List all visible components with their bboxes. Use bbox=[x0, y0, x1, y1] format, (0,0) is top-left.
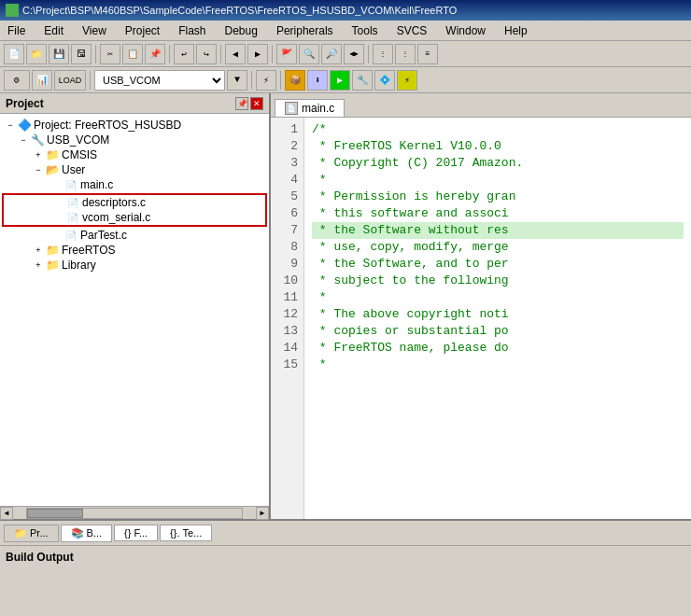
scroll-left-arrow[interactable]: ◀ bbox=[0, 507, 13, 520]
menu-item-edit[interactable]: Edit bbox=[40, 23, 67, 38]
tab-main-c[interactable]: 📄 main.c bbox=[275, 99, 345, 117]
tree-item-main-c[interactable]: · 📄 main.c bbox=[2, 177, 267, 192]
tree-item-descriptors-c[interactable]: · 📄 descriptors.c bbox=[4, 195, 265, 210]
project-panel-header: Project 📌 ✕ bbox=[0, 93, 269, 114]
expander-project[interactable]: − bbox=[4, 119, 17, 132]
project-icon: 🔷 bbox=[17, 119, 32, 132]
line-numbers: 1 2 3 4 5 6 7 8 9 10 11 12 13 14 15 bbox=[271, 118, 304, 519]
library-label: Library bbox=[62, 259, 96, 272]
tree-item-vcom-serial-c[interactable]: · 📄 vcom_serial.c bbox=[4, 210, 265, 225]
tree-item-library[interactable]: + 📁 Library bbox=[2, 258, 267, 273]
ln-3: 3 bbox=[276, 155, 298, 172]
expander-library[interactable]: + bbox=[32, 259, 45, 272]
extra-btn2[interactable]: 🔧 bbox=[352, 70, 373, 91]
bottom-tab-books[interactable]: 📚 B... bbox=[61, 525, 113, 542]
highlighted-files-box: · 📄 descriptors.c · 📄 vcom_serial.c bbox=[2, 193, 267, 227]
extra-btn3[interactable]: 💠 bbox=[374, 70, 395, 91]
bottom-tab-project-label: Pr... bbox=[30, 527, 49, 539]
tree-item-user[interactable]: − 📂 User bbox=[2, 162, 267, 177]
forward-button[interactable]: ▶ bbox=[247, 44, 268, 64]
separator2 bbox=[169, 45, 170, 63]
tree-item-usb-vcom[interactable]: − 🔧 USB_VCOM bbox=[2, 133, 267, 147]
menu-item-flash[interactable]: Flash bbox=[175, 23, 209, 38]
paste-button[interactable]: 📌 bbox=[145, 44, 165, 64]
editor-content[interactable]: 1 2 3 4 5 6 7 8 9 10 11 12 13 14 15 /* *… bbox=[271, 118, 691, 519]
menu-item-view[interactable]: View bbox=[78, 23, 110, 38]
bottom-tabs: 📁 Pr... 📚 B... {} F... {}. Te... bbox=[0, 519, 691, 545]
file-main-c-icon: 📄 bbox=[63, 178, 78, 191]
redo-button[interactable]: ↪ bbox=[196, 44, 217, 64]
flash-btn[interactable]: 📦 bbox=[285, 70, 305, 91]
expander-cmsis[interactable]: + bbox=[32, 148, 45, 161]
code-line-3: * Copyright (C) 2017 Amazon. bbox=[312, 155, 684, 172]
copy-button[interactable]: 📋 bbox=[122, 44, 143, 64]
separator6 bbox=[90, 71, 91, 90]
open-button[interactable]: 📁 bbox=[26, 44, 47, 64]
code-line-10: * subject to the following bbox=[312, 273, 684, 289]
scroll-track[interactable] bbox=[26, 508, 243, 519]
debug-btn[interactable]: ▶ bbox=[330, 70, 350, 91]
menu-item-project[interactable]: Project bbox=[121, 23, 163, 38]
load-button[interactable]: LOAD bbox=[54, 70, 86, 91]
bottom-tab-functions-label: F... bbox=[134, 527, 148, 539]
toolbar2: ⚙ 📊 LOAD USB_VCOM ▼ ⚡ 📦 ⬇ ▶ 🔧 💠 ⚡ bbox=[0, 67, 691, 93]
replace-button[interactable]: 🔎 bbox=[321, 44, 342, 64]
menu-item-help[interactable]: Help bbox=[501, 23, 531, 38]
code-line-11: * bbox=[312, 289, 684, 306]
file-descriptors-c-icon: 📄 bbox=[65, 196, 80, 209]
download-btn[interactable]: ⬇ bbox=[307, 70, 328, 91]
tree-item-project[interactable]: − 🔷 Project: FreeRTOS_HSUSBD bbox=[2, 118, 267, 133]
save-button[interactable]: 💾 bbox=[49, 44, 69, 64]
target-dropdown[interactable]: USB_VCOM bbox=[94, 70, 225, 91]
find-button[interactable]: 🔍 bbox=[299, 44, 319, 64]
extra-btn1[interactable]: ◀▶ bbox=[344, 44, 364, 64]
panel-close-button[interactable]: ✕ bbox=[250, 97, 263, 110]
menu-item-file[interactable]: File bbox=[4, 23, 29, 38]
expander-usb-vcom[interactable]: − bbox=[17, 133, 30, 147]
bookmark-button[interactable]: 🚩 bbox=[276, 44, 297, 64]
panel-pin-button[interactable]: 📌 bbox=[235, 97, 248, 110]
outdent-button[interactable]: ⋮ bbox=[395, 44, 416, 64]
tree-item-freertos[interactable]: + 📁 FreeRTOS bbox=[2, 243, 267, 258]
editor-panel: 📄 main.c 1 2 3 4 5 6 7 8 9 10 11 12 13 1… bbox=[271, 93, 691, 519]
folder-cmsis-icon: 📁 bbox=[45, 148, 60, 161]
cut-button[interactable]: ✂ bbox=[100, 44, 120, 64]
menu-item-debug[interactable]: Debug bbox=[221, 23, 261, 38]
separator3 bbox=[220, 45, 221, 63]
menu-item-peripherals[interactable]: Peripherals bbox=[273, 23, 337, 38]
expander-user[interactable]: − bbox=[32, 163, 45, 176]
ln-8: 8 bbox=[276, 239, 298, 256]
title-text: C:\Project\BSP\M460BSP\SampleCode\FreeRT… bbox=[22, 5, 457, 16]
bottom-tab-functions[interactable]: {} F... bbox=[114, 525, 158, 541]
menu-item-tools[interactable]: Tools bbox=[348, 23, 382, 38]
project-label: Project: FreeRTOS_HSUSBD bbox=[34, 119, 181, 132]
tree-item-cmsis[interactable]: + 📁 CMSIS bbox=[2, 147, 267, 162]
menu-item-window[interactable]: Window bbox=[442, 23, 489, 38]
indent-button[interactable]: ⋮ bbox=[373, 44, 393, 64]
new-button[interactable]: 📄 bbox=[4, 44, 24, 64]
manage-button[interactable]: 📊 bbox=[32, 70, 52, 91]
save-all-button[interactable]: 🖫 bbox=[71, 44, 92, 64]
bottom-tab-books-icon: 📚 bbox=[71, 527, 84, 539]
list-button[interactable]: ≡ bbox=[417, 44, 438, 64]
code-line-1: /* bbox=[312, 121, 684, 138]
tab-file-icon: 📄 bbox=[285, 102, 298, 115]
scroll-thumb[interactable] bbox=[27, 509, 83, 518]
ln-9: 9 bbox=[276, 256, 298, 273]
translate-button[interactable]: ⚡ bbox=[256, 70, 276, 91]
menu-item-svcs[interactable]: SVCS bbox=[393, 23, 431, 38]
back-button[interactable]: ◀ bbox=[225, 44, 246, 64]
bottom-tab-templates[interactable]: {}. Te... bbox=[160, 525, 212, 541]
dropdown-arrow[interactable]: ▼ bbox=[227, 70, 247, 91]
project-scrollbar[interactable]: ◀ ▶ bbox=[0, 506, 269, 519]
tree-item-partest-c[interactable]: · 📄 ParTest.c bbox=[2, 228, 267, 243]
build-output-label: Build Output bbox=[6, 551, 74, 564]
code-editor[interactable]: /* * FreeRTOS Kernel V10.0.0 * Copyright… bbox=[304, 118, 691, 519]
undo-button[interactable]: ↩ bbox=[174, 44, 194, 64]
bottom-tab-project[interactable]: 📁 Pr... bbox=[4, 525, 59, 542]
extra-btn4[interactable]: ⚡ bbox=[397, 70, 417, 91]
expander-freertos[interactable]: + bbox=[32, 244, 45, 257]
scroll-right-arrow[interactable]: ▶ bbox=[256, 507, 269, 520]
target-config-button[interactable]: ⚙ bbox=[4, 70, 30, 91]
editor-tabs: 📄 main.c bbox=[271, 93, 691, 118]
